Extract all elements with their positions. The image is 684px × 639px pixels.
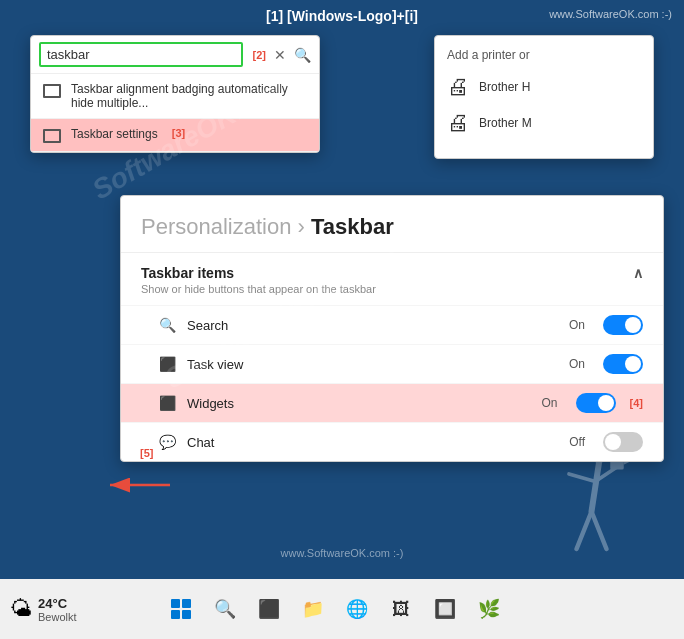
settings-section-subtitle: Show or hide buttons that appear on the … (121, 283, 663, 305)
windows-logo-button[interactable] (163, 591, 199, 627)
win-quad-2 (182, 599, 191, 608)
chat-toggle[interactable] (603, 432, 643, 452)
svg-line-4 (577, 512, 592, 550)
taskbar-taskview-button[interactable]: ⬛ (251, 591, 287, 627)
taskbar-explorer-button[interactable]: 📁 (295, 591, 331, 627)
windows-logo-icon (171, 599, 191, 619)
printer-icon-1: 🖨 (447, 74, 469, 100)
svg-line-6 (569, 474, 595, 482)
widgets-row-icon: ⬛ (157, 395, 177, 411)
chat-row-status: Off (569, 435, 585, 449)
svg-line-3 (592, 463, 600, 512)
taskbar-edge-button[interactable]: 🌐 (339, 591, 375, 627)
weather-info: 24°C Bewolkt (38, 596, 77, 623)
search-bar: [2] ✕ 🔍 (31, 36, 319, 74)
weather-icon: 🌤 (10, 596, 32, 622)
printer-icon-2: 🖨 (447, 110, 469, 136)
weather-temp: 24°C (38, 596, 77, 611)
label-4: [4] (630, 397, 643, 409)
win-quad-3 (171, 610, 180, 619)
search-row-icon: 🔍 (157, 317, 177, 333)
taskbar-search-button[interactable]: 🔍 (207, 591, 243, 627)
chat-row-label: Chat (187, 435, 559, 450)
breadcrumb-separator: › (298, 214, 311, 239)
taskbar-intel-icon: 🔲 (434, 598, 456, 620)
taskview-toggle[interactable] (603, 354, 643, 374)
search-toggle[interactable] (603, 315, 643, 335)
svg-line-5 (592, 512, 607, 550)
settings-section-title: Taskbar items ∧ (121, 253, 663, 283)
win-quad-4 (182, 610, 191, 619)
settings-header: Personalization › Taskbar (121, 196, 663, 253)
taskbar-edge-icon: 🌐 (346, 598, 368, 620)
search-row-label: Search (187, 318, 559, 333)
taskbar: 🌤 24°C Bewolkt 🔍 ⬛ 📁 (0, 579, 684, 639)
search-popup: [2] ✕ 🔍 Taskbar alignment badging automa… (30, 35, 320, 153)
search-input[interactable] (39, 42, 243, 67)
search-close-icon[interactable]: ✕ (270, 47, 290, 63)
site-label-bottom: www.SoftwareOK.com :-) (281, 547, 404, 559)
printer-item-1: 🖨 Brother H (447, 74, 641, 100)
taskbar-center: 🔍 ⬛ 📁 🌐 🖼 🔲 🌿 (163, 591, 507, 627)
win-quad-1 (171, 599, 180, 608)
weather-desc: Bewolkt (38, 611, 77, 623)
printer-panel-title: Add a printer or (447, 48, 641, 62)
search-result-item-1[interactable]: Taskbar alignment badging automatically … (31, 74, 319, 119)
search-icon[interactable]: 🔍 (294, 47, 311, 63)
taskbar-photos-button[interactable]: 🖼 (383, 591, 419, 627)
breadcrumb-parent: Personalization (141, 214, 291, 239)
search-result-item-2[interactable]: Taskbar settings [3] (31, 119, 319, 152)
taskbar-photos-icon: 🖼 (392, 599, 410, 620)
search-result-text-1: Taskbar alignment badging automatically … (71, 82, 307, 110)
taskview-row-icon: ⬛ (157, 356, 177, 372)
label-2: [2] (253, 49, 266, 61)
taskbar-garden-button[interactable]: 🌿 (471, 591, 507, 627)
chevron-up-icon[interactable]: ∧ (633, 265, 643, 281)
monitor-icon-2 (43, 129, 61, 143)
taskbar-garden-icon: 🌿 (478, 598, 500, 620)
taskbar-search-icon: 🔍 (214, 598, 236, 620)
taskbar-intel-button[interactable]: 🔲 (427, 591, 463, 627)
printer-item-2: 🖨 Brother M (447, 110, 641, 136)
section-title-text: Taskbar items (141, 265, 234, 281)
settings-row-taskview: ⬛ Task view On (121, 344, 663, 383)
taskbar-taskview-icon: ⬛ (258, 598, 280, 620)
label-3: [3] (172, 127, 185, 139)
widgets-row-label: Widgets (187, 396, 532, 411)
printer-name-1: Brother H (479, 80, 530, 94)
settings-row-widgets: ⬛ Widgets On [4] (121, 383, 663, 422)
top-label: [1] [Windows-Logo]+[i] (266, 8, 418, 24)
printer-name-2: Brother M (479, 116, 532, 130)
taskview-row-label: Task view (187, 357, 559, 372)
taskview-row-status: On (569, 357, 585, 371)
label-5: [5] (140, 447, 153, 459)
widgets-toggle[interactable] (576, 393, 616, 413)
arrow-annotation: [5] (100, 465, 180, 509)
site-label-top: www.SoftwareOK.com :-) (549, 8, 672, 20)
search-row-status: On (569, 318, 585, 332)
settings-row-chat: 💬 Chat Off (121, 422, 663, 461)
chat-row-icon: 💬 (157, 434, 177, 450)
breadcrumb-child: Taskbar (311, 214, 394, 239)
search-result-text-2: Taskbar settings (71, 127, 158, 141)
taskbar-explorer-icon: 📁 (302, 598, 324, 620)
printer-panel: Add a printer or 🖨 Brother H 🖨 Brother M (434, 35, 654, 159)
taskbar-weather: 🌤 24°C Bewolkt (10, 596, 77, 623)
monitor-icon (43, 84, 61, 98)
settings-row-search: 🔍 Search On (121, 305, 663, 344)
widgets-row-status: On (542, 396, 558, 410)
settings-panel: Personalization › Taskbar Taskbar items … (120, 195, 664, 462)
